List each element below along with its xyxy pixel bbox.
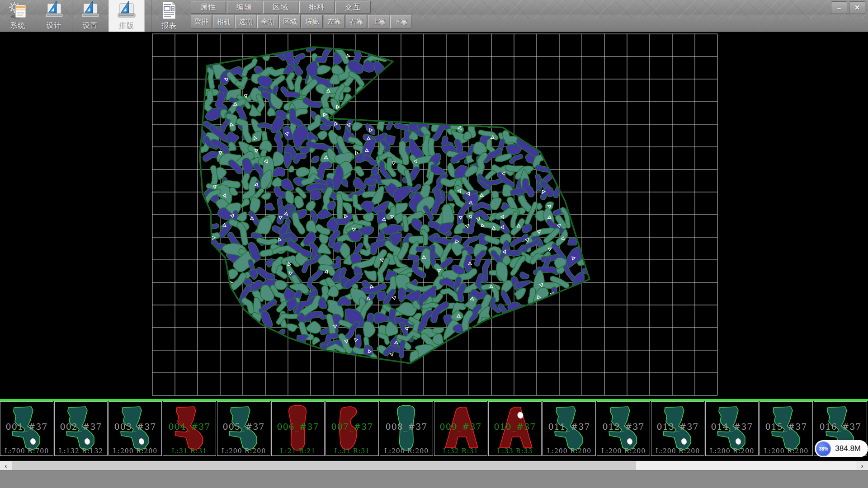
nested-piece[interactable] [366,156,377,166]
nested-piece[interactable] [239,109,244,118]
nested-piece[interactable] [311,245,316,258]
nested-piece[interactable] [311,117,320,130]
nested-piece[interactable] [205,154,217,159]
menu-tab-interact[interactable]: 交互 [335,1,371,14]
nested-piece[interactable] [353,196,360,209]
nested-piece[interactable] [277,267,284,278]
nested-piece[interactable] [363,321,376,338]
tool-button-region[interactable]: 区域 [279,15,301,28]
nested-piece[interactable] [401,343,403,356]
nested-piece[interactable] [285,321,298,333]
nested-piece[interactable] [295,154,304,161]
nested-piece[interactable] [217,95,224,109]
nested-piece[interactable] [487,238,497,241]
nested-piece[interactable] [466,258,470,271]
nested-piece[interactable] [261,300,274,312]
menu-tab-edit[interactable]: 编辑 [227,1,262,14]
tool-button-snap-right[interactable]: 右靠 [346,15,367,28]
main-button-nesting[interactable]: 排版 [108,0,145,32]
piece-thumbnail[interactable]: 014_#37 L:200 R:200 [705,401,759,456]
nested-piece[interactable] [318,227,327,233]
nested-piece[interactable] [309,280,314,290]
scroll-left-button[interactable]: ‹ [0,461,12,470]
nested-piece[interactable] [478,155,486,174]
nested-piece[interactable] [276,188,283,197]
tool-button-camera[interactable]: 相机 [213,15,234,28]
nested-piece[interactable] [295,55,303,63]
nesting-canvas[interactable] [0,32,868,399]
piece-thumbnail[interactable]: 012_#37 L:200 R:200 [597,401,650,456]
nested-piece[interactable] [423,231,427,243]
tool-button-select-cut[interactable]: 选割 [235,15,256,28]
piece-thumbnail[interactable]: 010_#37 L:33 R:33 [488,401,542,456]
nested-piece[interactable] [389,112,393,128]
nested-piece[interactable] [322,94,329,107]
nested-piece[interactable] [278,209,283,221]
nested-piece[interactable] [385,345,399,355]
menu-tab-region[interactable]: 区域 [263,1,298,14]
piece-thumbnail[interactable]: 006_#37 L:21 R:21 [271,401,325,456]
horizontal-scrollbar[interactable]: ‹ › [0,460,868,470]
nested-piece[interactable] [513,213,516,226]
nested-piece[interactable] [519,271,530,281]
nested-piece[interactable] [566,267,573,279]
nested-piece[interactable] [353,165,366,177]
nested-piece[interactable] [485,262,488,281]
nested-piece[interactable] [340,299,348,303]
nested-piece[interactable] [355,348,364,353]
piece-thumbnail[interactable]: 011_#37 L:200 R:200 [542,401,596,456]
tool-button-cut-all[interactable]: 全割 [257,15,278,28]
nested-piece[interactable] [376,117,386,131]
piece-thumbnail[interactable]: 003_#37 L:200 R:200 [108,401,162,456]
nested-piece[interactable] [496,262,508,283]
nested-piece[interactable] [302,82,316,93]
nested-piece[interactable] [355,52,359,62]
scrollbar-thumb[interactable] [12,461,636,470]
nested-piece[interactable] [398,288,406,302]
nested-piece[interactable] [233,70,243,74]
minimize-button[interactable]: – [831,1,847,14]
piece-thumbnail[interactable]: 005_#37 L:200 R:200 [217,401,270,456]
nested-piece[interactable] [473,293,484,297]
main-button-system[interactable]: 系统 [0,0,36,32]
nested-piece[interactable] [203,224,217,234]
nested-piece[interactable] [363,213,374,221]
nested-piece[interactable] [471,122,473,134]
scroll-right-button[interactable]: › [856,461,868,470]
nested-piece[interactable] [423,174,435,185]
nested-piece[interactable] [511,155,520,161]
piece-thumbnail[interactable]: 015_#37 L:200 R:200 [760,401,813,456]
tool-button-snap-left[interactable]: 左靠 [324,15,345,28]
nested-piece[interactable] [316,47,335,63]
nested-piece[interactable] [295,166,310,178]
piece-thumbnail[interactable]: 007_#37 L:31 R:31 [326,401,379,456]
main-button-design[interactable]: 设计 [36,0,72,32]
nested-piece[interactable] [261,68,283,76]
main-button-settings[interactable]: 设置 [72,0,108,32]
piece-thumbnail[interactable]: 002_#37 L:132 R:132 [54,401,108,456]
nested-piece[interactable] [276,134,282,151]
tool-button-snap-top[interactable]: 上靠 [368,15,389,28]
tool-button-defect[interactable]: 瑕疵 [302,15,323,28]
nested-piece[interactable] [296,108,305,117]
menu-tab-nest[interactable]: 排料 [299,1,335,14]
nested-piece[interactable] [350,140,360,145]
nested-piece[interactable] [311,156,319,163]
nested-piece[interactable] [259,271,272,278]
nested-piece[interactable] [305,100,319,105]
nested-piece[interactable] [284,189,296,205]
nested-piece[interactable] [457,142,461,151]
nested-piece[interactable] [237,79,247,86]
piece-thumbnail[interactable]: 009_#37 L:32 R:31 [434,401,487,456]
nested-piece[interactable] [244,59,255,76]
nested-piece[interactable] [432,247,436,266]
piece-thumbnail[interactable]: 004_#37 L:31 R:31 [163,401,216,456]
nesting-canvas-svg[interactable] [0,32,868,399]
piece-thumbnail[interactable]: 001_#37 L:700 R:700 [0,401,53,456]
tool-button-cluster-nest[interactable]: 聚排 [191,15,212,28]
nested-piece[interactable] [288,75,294,88]
piece-thumbnail[interactable]: 013_#37 L:200 R:200 [651,401,704,456]
nested-piece[interactable] [329,317,333,332]
menu-tab-properties[interactable]: 属性 [191,1,226,14]
piece-thumbnail[interactable]: 008_#37 L:200 R:200 [380,401,433,456]
